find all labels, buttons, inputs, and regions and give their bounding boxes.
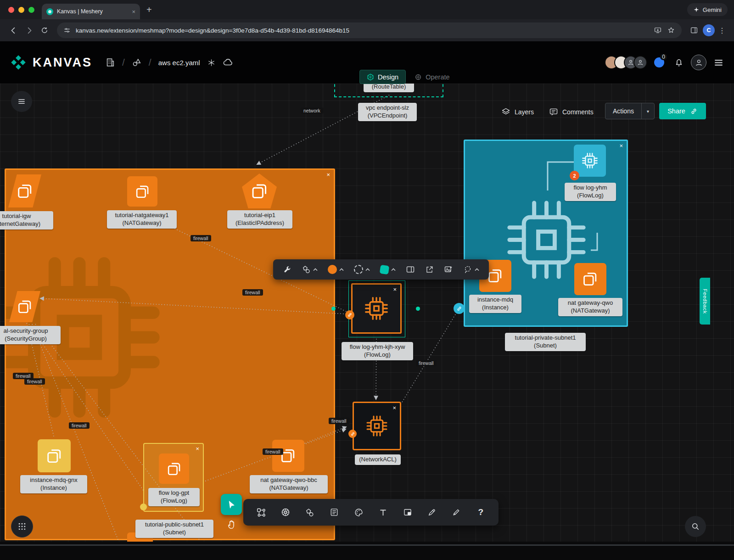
- workspace-shapes-icon[interactable]: [132, 57, 142, 67]
- actions-button[interactable]: Actions ▾: [605, 103, 655, 119]
- hamburger-menu-icon[interactable]: [713, 57, 724, 68]
- user-profile-avatar[interactable]: [691, 55, 706, 70]
- pen-tool-icon[interactable]: [424, 504, 440, 520]
- reload-button[interactable]: [38, 23, 51, 37]
- edge-label: firewall: [24, 378, 45, 385]
- lasso-icon[interactable]: [458, 265, 484, 274]
- pencil-tool-icon[interactable]: [448, 504, 464, 520]
- notes-tool-icon[interactable]: [326, 504, 342, 520]
- side-panel-icon[interactable]: [687, 23, 701, 37]
- help-icon[interactable]: ?: [473, 504, 488, 520]
- hand-tool-button[interactable]: [225, 517, 239, 531]
- new-tab-button[interactable]: +: [146, 5, 152, 14]
- apps-grid-button[interactable]: [11, 515, 33, 538]
- chip-icon: [580, 151, 600, 170]
- node-label-tutorial-igw: tutorial-igw(InternetGateway): [0, 211, 53, 230]
- snowflake-icon[interactable]: [207, 58, 216, 67]
- node-flow-log-gpt[interactable]: × flow log-gpt(FlowLog): [143, 443, 204, 512]
- design-file-name[interactable]: aws ec2.yaml: [158, 59, 200, 67]
- region-label-private-subnet[interactable]: tutorial-private-subnet1(Subnet): [505, 333, 586, 351]
- bookmark-star-icon[interactable]: [667, 26, 675, 34]
- node-tutorial-natgateway1[interactable]: [127, 176, 157, 207]
- fill-color-swatch[interactable]: [323, 265, 349, 274]
- save-to-device-icon[interactable]: [654, 26, 662, 34]
- minimize-window-button[interactable]: [18, 7, 24, 13]
- add-image-icon[interactable]: [439, 265, 458, 274]
- zoom-button[interactable]: [685, 516, 706, 537]
- design-canvas[interactable]: × ×: [0, 84, 734, 542]
- layers-button[interactable]: Layers: [501, 107, 534, 117]
- close-icon[interactable]: ×: [196, 446, 199, 452]
- text-tool-icon[interactable]: [375, 504, 391, 520]
- node-nat-gateway-qwo[interactable]: [574, 263, 606, 295]
- panel-tool-icon[interactable]: [400, 504, 415, 520]
- shapes-tool-icon[interactable]: [302, 504, 318, 520]
- node-flow-log-selected[interactable]: × flow log-yhm-kjh-xyw(FlowLog): [348, 280, 405, 337]
- back-button[interactable]: [6, 23, 20, 37]
- browser-menu-icon[interactable]: ⋮: [717, 26, 728, 35]
- feedback-tab[interactable]: Feedback: [700, 278, 710, 325]
- tab-close-icon[interactable]: ×: [132, 9, 135, 15]
- node-tutorial-eip1[interactable]: [242, 174, 277, 208]
- collaborator-avatars[interactable]: [605, 56, 647, 69]
- close-icon[interactable]: ×: [392, 405, 396, 411]
- browser-tab[interactable]: Kanvas | Meshery ×: [42, 4, 140, 19]
- region-label-public-subnet[interactable]: tutorial-public-subnet1(Subnet): [135, 520, 213, 538]
- address-bar[interactable]: kanvas.new/extension/meshmap?mode=design…: [57, 22, 682, 38]
- resize-handle[interactable]: [416, 307, 420, 311]
- node-tutorial-igw[interactable]: [8, 174, 41, 207]
- chip-icon: [362, 294, 391, 323]
- shape-picker-icon[interactable]: [297, 265, 323, 274]
- bell-icon[interactable]: [674, 57, 684, 67]
- node-label-tutorial-eip1: tutorial-eip1(ElasticIPAddress): [227, 210, 292, 229]
- close-icon[interactable]: ×: [393, 286, 397, 292]
- node-label-vpc-endpoint[interactable]: vpc endpoint-slz(VPCEndpoint): [358, 103, 417, 121]
- node-label-instance-mdq-gnx: instance-mdq-gnx(Instance): [20, 475, 87, 493]
- horizontal-scrollbar[interactable]: [0, 544, 734, 546]
- gemini-label: Gemini: [703, 6, 722, 13]
- tab-operate[interactable]: Operate: [408, 70, 456, 84]
- edge-label: firewall: [69, 422, 90, 429]
- link-handle[interactable]: [345, 310, 354, 319]
- flow-tool-icon[interactable]: [253, 504, 269, 520]
- link-handle[interactable]: [454, 303, 465, 314]
- site-settings-icon[interactable]: [63, 27, 71, 34]
- comments-button[interactable]: Comments: [549, 107, 594, 117]
- breadcrumb-separator: /: [149, 57, 151, 68]
- node-label: (NetworkACL): [355, 454, 401, 465]
- node-route-table[interactable]: (RouteTable): [334, 84, 443, 97]
- region-swatch[interactable]: [375, 265, 401, 274]
- collaborator-avatar[interactable]: [633, 56, 647, 69]
- node-flow-log-yhm[interactable]: [574, 145, 606, 177]
- maximize-window-button[interactable]: [28, 7, 34, 13]
- cloud-sync-icon[interactable]: [223, 57, 234, 68]
- console-icon[interactable]: [401, 265, 420, 274]
- chevron-down-icon[interactable]: ▾: [642, 109, 654, 114]
- kanvas-logo[interactable]: KANVAS: [10, 54, 92, 71]
- resize-handle[interactable]: [331, 307, 336, 311]
- organization-icon[interactable]: [105, 57, 115, 67]
- node-nat-gateway-qwo-bbc[interactable]: [272, 440, 304, 472]
- link-handle[interactable]: [348, 430, 357, 438]
- open-in-new-icon[interactable]: [420, 265, 439, 274]
- share-button[interactable]: Share: [659, 103, 706, 119]
- gemini-button[interactable]: Gemini: [687, 3, 728, 16]
- tab-design[interactable]: Design: [359, 70, 406, 84]
- environment-status[interactable]: 0: [654, 57, 667, 67]
- node-instance-mdq-gnx[interactable]: [38, 439, 71, 472]
- count-badge[interactable]: 2: [570, 171, 579, 180]
- canvas-menu-button[interactable]: [11, 91, 32, 112]
- tool-dock: ?: [243, 499, 499, 526]
- operate-tab-label: Operate: [426, 73, 449, 81]
- palette-tool-icon[interactable]: [351, 504, 366, 520]
- forward-button[interactable]: [22, 23, 36, 37]
- cursor-tool-button[interactable]: [221, 494, 242, 515]
- browser-profile-avatar[interactable]: C: [703, 24, 715, 36]
- close-window-button[interactable]: [8, 7, 14, 13]
- kubernetes-tool-icon[interactable]: [278, 504, 293, 520]
- node-network-acl[interactable]: × (NetworkACL): [353, 402, 401, 450]
- link-handle[interactable]: [140, 504, 147, 510]
- dash-style-swatch[interactable]: [349, 265, 375, 274]
- node-security-group[interactable]: [9, 291, 40, 322]
- wrench-icon[interactable]: [278, 265, 297, 274]
